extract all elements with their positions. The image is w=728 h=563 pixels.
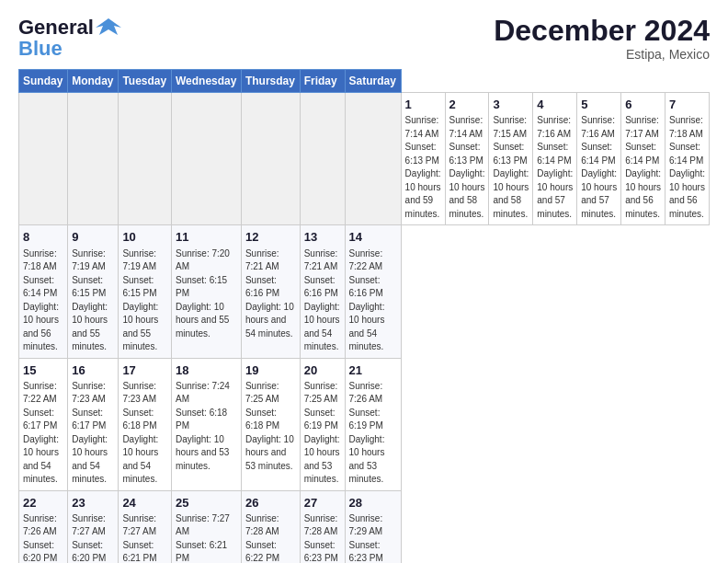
calendar-week-row: 22Sunrise: 7:26 AMSunset: 6:20 PMDayligh… [19,490,710,563]
day-number: 7 [669,97,705,113]
table-row: 21Sunrise: 7:26 AMSunset: 6:19 PMDayligh… [345,358,401,490]
day-number: 22 [23,495,63,511]
table-row: 28Sunrise: 7:29 AMSunset: 6:23 PMDayligh… [345,490,401,563]
logo-bird-icon [96,15,121,40]
day-info: Sunrise: 7:22 AMSunset: 6:16 PMDaylight:… [349,247,397,354]
day-number: 10 [122,229,167,246]
day-number: 28 [349,495,397,511]
table-row [19,93,68,225]
table-row: 16Sunrise: 7:23 AMSunset: 6:17 PMDayligh… [68,358,119,490]
day-info: Sunrise: 7:29 AMSunset: 6:23 PMDaylight:… [349,512,397,563]
table-row: 15Sunrise: 7:22 AMSunset: 6:17 PMDayligh… [19,358,68,490]
day-number: 19 [245,362,296,379]
day-info: Sunrise: 7:28 AMSunset: 6:23 PMDaylight:… [304,512,341,563]
day-info: Sunrise: 7:27 AMSunset: 6:21 PMDaylight:… [176,512,237,563]
header-thursday: Thursday [241,70,300,93]
day-info: Sunrise: 7:18 AMSunset: 6:14 PMDaylight:… [23,247,63,354]
month-title: December 2024 [494,15,710,47]
table-row [119,93,172,225]
day-number: 13 [304,229,341,246]
day-number: 24 [122,495,167,511]
day-number: 5 [581,97,617,113]
table-row: 26Sunrise: 7:28 AMSunset: 6:22 PMDayligh… [241,490,300,563]
header: General Blue December 2024 Estipa, Mexic… [18,15,710,62]
day-number: 11 [176,229,237,246]
page: General Blue December 2024 Estipa, Mexic… [0,0,728,563]
table-row [300,93,345,225]
table-row: 18Sunrise: 7:24 AMSunset: 6:18 PMDayligh… [171,358,241,490]
table-row: 6Sunrise: 7:17 AMSunset: 6:14 PMDaylight… [621,93,665,225]
day-info: Sunrise: 7:16 AMSunset: 6:14 PMDaylight:… [537,114,573,221]
table-row: 22Sunrise: 7:26 AMSunset: 6:20 PMDayligh… [19,490,68,563]
day-number: 4 [537,97,573,113]
calendar-week-row: 8Sunrise: 7:18 AMSunset: 6:14 PMDaylight… [19,225,710,358]
title-block: December 2024 Estipa, Mexico [494,15,710,62]
location: Estipa, Mexico [494,47,710,62]
day-info: Sunrise: 7:24 AMSunset: 6:18 PMDaylight:… [176,380,237,474]
header-wednesday: Wednesday [171,70,241,93]
table-row: 24Sunrise: 7:27 AMSunset: 6:21 PMDayligh… [119,490,172,563]
table-row: 13Sunrise: 7:21 AMSunset: 6:16 PMDayligh… [300,225,345,358]
table-row [68,93,119,225]
day-info: Sunrise: 7:22 AMSunset: 6:17 PMDaylight:… [23,380,63,487]
table-row: 11Sunrise: 7:20 AMSunset: 6:15 PMDayligh… [171,225,241,358]
day-info: Sunrise: 7:14 AMSunset: 6:13 PMDaylight:… [405,114,441,221]
day-number: 27 [304,495,341,511]
header-tuesday: Tuesday [119,70,172,93]
table-row: 4Sunrise: 7:16 AMSunset: 6:14 PMDaylight… [533,93,577,225]
day-info: Sunrise: 7:17 AMSunset: 6:14 PMDaylight:… [625,114,661,221]
table-row: 20Sunrise: 7:25 AMSunset: 6:19 PMDayligh… [300,358,345,490]
day-number: 20 [304,362,341,379]
day-info: Sunrise: 7:27 AMSunset: 6:20 PMDaylight:… [72,512,114,563]
table-row: 9Sunrise: 7:19 AMSunset: 6:15 PMDaylight… [68,225,119,358]
day-info: Sunrise: 7:26 AMSunset: 6:19 PMDaylight:… [349,380,397,487]
table-row [345,93,401,225]
day-number: 14 [349,229,397,246]
table-row: 14Sunrise: 7:22 AMSunset: 6:16 PMDayligh… [345,225,401,358]
day-number: 26 [245,495,296,511]
day-number: 12 [245,229,296,246]
table-row: 27Sunrise: 7:28 AMSunset: 6:23 PMDayligh… [300,490,345,563]
day-number: 2 [449,97,485,113]
day-info: Sunrise: 7:14 AMSunset: 6:13 PMDaylight:… [449,114,485,221]
calendar-week-row: 1Sunrise: 7:14 AMSunset: 6:13 PMDaylight… [19,93,710,225]
day-info: Sunrise: 7:15 AMSunset: 6:13 PMDaylight:… [493,114,529,221]
day-info: Sunrise: 7:23 AMSunset: 6:17 PMDaylight:… [72,380,114,487]
day-info: Sunrise: 7:21 AMSunset: 6:16 PMDaylight:… [245,247,296,341]
header-saturday: Saturday [345,70,401,93]
day-info: Sunrise: 7:25 AMSunset: 6:19 PMDaylight:… [304,380,341,487]
table-row: 1Sunrise: 7:14 AMSunset: 6:13 PMDaylight… [401,93,445,225]
table-row: 2Sunrise: 7:14 AMSunset: 6:13 PMDaylight… [445,93,489,225]
day-info: Sunrise: 7:19 AMSunset: 6:15 PMDaylight:… [72,247,114,354]
day-info: Sunrise: 7:21 AMSunset: 6:16 PMDaylight:… [304,247,341,354]
table-row: 12Sunrise: 7:21 AMSunset: 6:16 PMDayligh… [241,225,300,358]
day-number: 21 [349,362,397,379]
calendar-week-row: 15Sunrise: 7:22 AMSunset: 6:17 PMDayligh… [19,358,710,490]
day-info: Sunrise: 7:18 AMSunset: 6:14 PMDaylight:… [669,114,705,221]
day-number: 8 [23,229,63,246]
header-sunday: Sunday [19,70,68,93]
table-row [241,93,300,225]
table-row [171,93,241,225]
day-info: Sunrise: 7:27 AMSunset: 6:21 PMDaylight:… [122,512,167,563]
logo: General Blue [18,15,121,61]
table-row: 10Sunrise: 7:19 AMSunset: 6:15 PMDayligh… [119,225,172,358]
day-number: 16 [72,362,114,379]
table-row: 7Sunrise: 7:18 AMSunset: 6:14 PMDaylight… [665,93,710,225]
day-number: 25 [176,495,237,511]
day-number: 1 [405,97,441,113]
day-info: Sunrise: 7:19 AMSunset: 6:15 PMDaylight:… [122,247,167,354]
day-number: 18 [176,362,237,379]
day-number: 17 [122,362,167,379]
header-friday: Friday [300,70,345,93]
table-row: 3Sunrise: 7:15 AMSunset: 6:13 PMDaylight… [489,93,533,225]
day-info: Sunrise: 7:16 AMSunset: 6:14 PMDaylight:… [581,114,617,221]
day-info: Sunrise: 7:20 AMSunset: 6:15 PMDaylight:… [176,247,237,341]
header-monday: Monday [68,70,119,93]
day-info: Sunrise: 7:25 AMSunset: 6:18 PMDaylight:… [245,380,296,474]
day-number: 15 [23,362,63,379]
table-row: 5Sunrise: 7:16 AMSunset: 6:14 PMDaylight… [577,93,621,225]
day-info: Sunrise: 7:23 AMSunset: 6:18 PMDaylight:… [122,380,167,487]
day-info: Sunrise: 7:26 AMSunset: 6:20 PMDaylight:… [23,512,63,563]
weekday-header-row: Sunday Monday Tuesday Wednesday Thursday… [19,70,710,93]
